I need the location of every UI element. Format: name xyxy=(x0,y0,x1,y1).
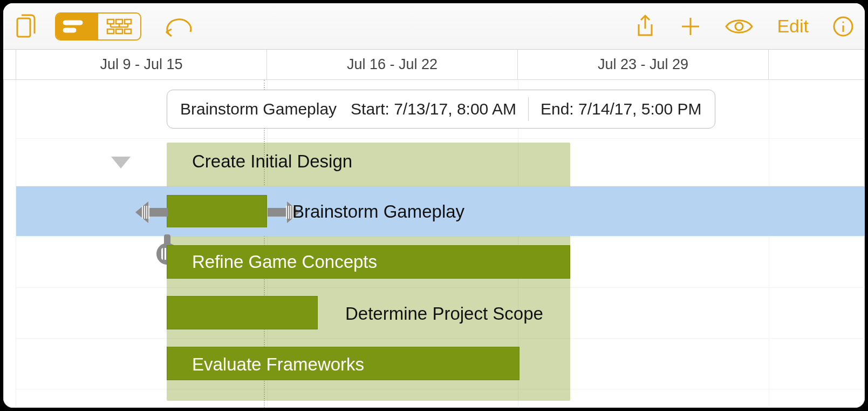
task-tooltip: Brainstorm Gameplay Start: 7/13/17, 8:00… xyxy=(167,90,715,129)
resize-handle-left[interactable] xyxy=(138,196,168,226)
svg-point-9 xyxy=(735,23,743,30)
svg-rect-2 xyxy=(63,28,76,32)
edit-button[interactable]: Edit xyxy=(777,16,809,37)
view-mode-toggle[interactable] xyxy=(55,12,141,41)
disclosure-icon[interactable] xyxy=(111,157,131,169)
gantt-chart[interactable]: Brainstorm Gameplay Start: 7/13/17, 8:00… xyxy=(3,80,865,408)
toolbar: Edit xyxy=(3,3,865,50)
task-label-refine: Refine Game Concepts xyxy=(192,252,377,272)
view-mode-outline[interactable] xyxy=(98,14,140,39)
svg-rect-5 xyxy=(125,19,131,24)
view-mode-gantt[interactable] xyxy=(56,14,98,39)
task-label-brainstorm: Brainstorm Gameplay xyxy=(292,201,464,222)
tooltip-task-name: Brainstorm Gameplay xyxy=(180,100,337,118)
info-icon[interactable] xyxy=(832,16,854,37)
svg-rect-3 xyxy=(107,19,114,24)
tooltip-end: End: 7/14/17, 5:00 PM xyxy=(541,100,702,118)
svg-rect-0 xyxy=(17,18,30,37)
svg-rect-6 xyxy=(107,29,114,33)
svg-rect-1 xyxy=(63,21,83,25)
week-col-3: Jul 23 - Jul 29 xyxy=(518,50,769,79)
eye-icon[interactable] xyxy=(725,17,753,36)
week-col-1: Jul 9 - Jul 15 xyxy=(16,50,267,79)
timeline-header: Jul 9 - Jul 15 Jul 16 - Jul 22 Jul 23 - … xyxy=(3,50,865,80)
tooltip-start: Start: 7/13/17, 8:00 AM xyxy=(351,100,516,118)
app-window: Edit Jul 9 - Jul 15 Jul 16 - Jul 22 Jul … xyxy=(3,3,865,408)
add-icon[interactable] xyxy=(680,16,701,37)
task-label-frameworks: Evaluate Frameworks xyxy=(192,354,364,375)
svg-rect-4 xyxy=(116,19,122,24)
group-title[interactable]: Create Initial Design xyxy=(192,151,352,172)
svg-rect-8 xyxy=(125,29,131,33)
task-bar-scope[interactable] xyxy=(167,296,318,329)
task-label-scope: Determine Project Scope xyxy=(345,304,543,324)
task-bar-brainstorm[interactable] xyxy=(167,195,267,227)
undo-icon[interactable] xyxy=(163,11,195,42)
week-col-2: Jul 16 - Jul 22 xyxy=(267,50,518,79)
documents-icon[interactable] xyxy=(14,11,39,42)
share-icon[interactable] xyxy=(634,14,656,39)
svg-rect-7 xyxy=(116,29,122,33)
svg-point-11 xyxy=(842,21,844,23)
